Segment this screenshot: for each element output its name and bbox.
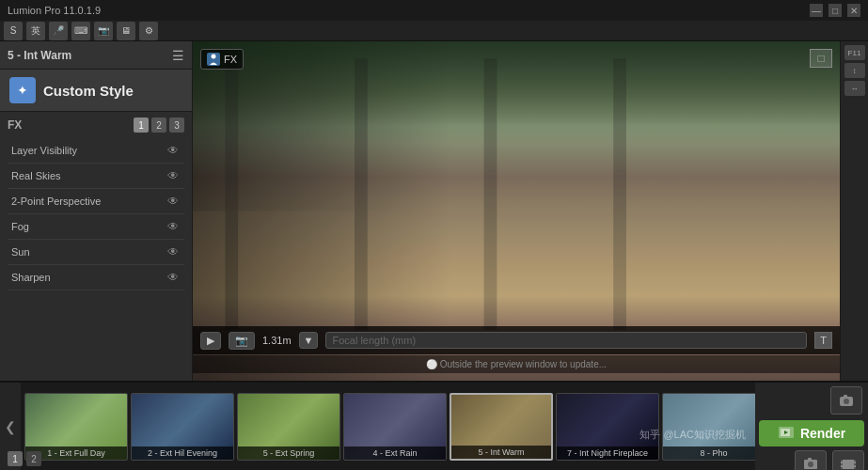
vertical-split-btn[interactable]: ↕ — [844, 63, 865, 78]
custom-style-icon: ✦ — [9, 77, 36, 103]
fx-item-label-0: Layer Visibility — [11, 145, 77, 156]
svg-rect-17 — [841, 460, 856, 469]
fx-layer-2[interactable]: 2 — [151, 118, 166, 133]
app-title: Lumion Pro 11.0.1.9 — [8, 5, 101, 16]
top-bar: S 英 🎤 ⌨ 📷 🖥 ⚙ — [0, 21, 868, 41]
horizontal-split-btn[interactable]: ↔ — [844, 81, 865, 96]
video-btn[interactable]: ▶ — [200, 332, 221, 350]
svg-rect-20 — [841, 467, 843, 469]
page-num-2[interactable]: 2 — [26, 451, 41, 466]
film-item-0[interactable]: 1 - Ext Full Day — [24, 393, 128, 461]
page-numbers: 1 2 — [8, 451, 41, 466]
viewport-fx-badge: FX — [200, 49, 244, 70]
viewport-hint: ⚪ Outside the preview window to update..… — [193, 355, 840, 373]
topbar-icon-2[interactable]: 英 — [26, 22, 45, 40]
video-icon: ▶ — [207, 335, 214, 347]
page-num-1[interactable]: 1 — [8, 451, 23, 466]
eye-icon-3[interactable]: 👁 — [166, 219, 181, 234]
fx-layer-1[interactable]: 1 — [134, 118, 149, 133]
eye-icon-0[interactable]: 👁 — [166, 143, 181, 158]
bottom-icons-row — [759, 450, 864, 470]
custom-style-label: Custom Style — [43, 83, 134, 99]
photo-icon — [803, 458, 818, 470]
eye-icon-5[interactable]: 👁 — [166, 270, 181, 285]
topbar-icon-3[interactable]: 🎤 — [49, 22, 68, 40]
film-icon — [840, 458, 857, 470]
svg-rect-4 — [484, 58, 497, 330]
t-button[interactable]: T — [814, 332, 832, 349]
svg-rect-21 — [854, 460, 856, 462]
svg-rect-16 — [808, 458, 812, 461]
camera-icon: 📷 — [235, 335, 248, 347]
fx-badge-text: FX — [224, 54, 237, 65]
main-layout: 5 - Int Warm ☰ ✦ Custom Style FX 1 2 3 L… — [0, 41, 868, 381]
film-item-3[interactable]: 4 - Ext Rain — [343, 393, 447, 461]
topbar-icon-1[interactable]: S — [4, 22, 23, 40]
bottom-strip: ❮ 1 - Ext Full Day 2 - Ext Hil Evening 5… — [0, 381, 868, 470]
minimize-button[interactable]: — — [810, 4, 823, 17]
svg-rect-22 — [854, 463, 856, 465]
topbar-icon-6[interactable]: 🖥 — [117, 22, 135, 40]
right-side-panel: F11 ↕ ↔ — [840, 41, 868, 381]
strip-camera-icon-btn[interactable] — [830, 386, 862, 415]
fx-person-icon — [207, 53, 220, 66]
film-item-5[interactable]: 7 - Int Night Fireplace — [556, 393, 659, 461]
fx-item-sun[interactable]: Sun 👁 — [8, 240, 184, 265]
watermark: 知乎 @LAC知识挖掘机 — [639, 428, 746, 442]
film-item-1[interactable]: 2 - Ext Hil Evening — [131, 393, 234, 461]
film-btn[interactable] — [832, 450, 864, 470]
svg-rect-19 — [841, 463, 843, 465]
topbar-icon-4[interactable]: ⌨ — [71, 22, 90, 40]
viewport[interactable]: FX □ ▶ 📷 1.31m ▼ Focal length (mm) T ⚪ — [193, 41, 840, 381]
fx-item-label-4: Sun — [11, 246, 30, 258]
camera-icon — [839, 394, 854, 407]
eye-icon-1[interactable]: 👁 — [166, 168, 181, 183]
fx-item-real-skies[interactable]: Real Skies 👁 — [8, 164, 184, 189]
photo-btn[interactable] — [795, 450, 827, 470]
svg-rect-23 — [854, 467, 856, 469]
viewport-time: 1.31m — [262, 335, 292, 346]
svg-rect-2 — [225, 58, 238, 330]
svg-rect-5 — [613, 58, 626, 330]
focal-length-field: Focal length (mm) — [325, 332, 807, 349]
film-label-5: 7 - Int Night Fireplace — [557, 446, 658, 460]
fx-item-label-1: Real Skies — [11, 170, 61, 181]
eye-icon-2[interactable]: 👁 — [166, 194, 181, 209]
fx-item-layer-visibility[interactable]: Layer Visibility 👁 — [8, 138, 184, 164]
custom-style-section: ✦ Custom Style — [0, 70, 192, 112]
fx-item-2point-perspective[interactable]: 2-Point Perspective 👁 — [8, 189, 184, 214]
render-button[interactable]: Render — [759, 420, 864, 446]
panel-header: 5 - Int Warm ☰ — [0, 41, 192, 70]
panel-title: 5 - Int Warm — [8, 49, 71, 62]
svg-rect-18 — [841, 460, 843, 462]
fx-section: FX 1 2 3 Layer Visibility 👁 Real Skies 👁… — [0, 112, 192, 381]
hamburger-menu[interactable]: ☰ — [172, 48, 184, 63]
eye-icon-4[interactable]: 👁 — [166, 244, 181, 259]
maximize-button[interactable]: □ — [829, 4, 842, 17]
svg-point-9 — [844, 399, 849, 404]
fx-item-label-2: 2-Point Perspective — [11, 196, 101, 207]
film-item-4[interactable]: 5 - Int Warm — [450, 393, 553, 461]
close-button[interactable]: ✕ — [847, 4, 860, 17]
fx-item-fog[interactable]: Fog 👁 — [8, 214, 184, 240]
time-dropdown[interactable]: ▼ — [299, 332, 319, 349]
fx-layer-3[interactable]: 3 — [169, 118, 184, 133]
fx-header: FX 1 2 3 — [8, 118, 184, 133]
svg-rect-3 — [355, 58, 368, 330]
center-content: FX □ ▶ 📷 1.31m ▼ Focal length (mm) T ⚪ — [193, 41, 840, 381]
render-icon — [778, 426, 795, 441]
film-item-2[interactable]: 5 - Ext Spring — [237, 393, 340, 461]
topbar-icon-7[interactable]: ⚙ — [139, 22, 158, 40]
title-bar: Lumion Pro 11.0.1.9 — □ ✕ — [0, 0, 868, 21]
window-controls: — □ ✕ — [810, 4, 860, 17]
film-item-6[interactable]: 8 - Pho — [662, 393, 755, 461]
render-label: Render — [800, 426, 845, 441]
film-label-3: 4 - Ext Rain — [344, 446, 446, 460]
svg-rect-10 — [844, 395, 847, 398]
fx-item-label-3: Fog — [11, 221, 29, 232]
topbar-icon-5[interactable]: 📷 — [94, 22, 113, 40]
fx-label: FX — [8, 118, 22, 132]
camera-btn[interactable]: 📷 — [229, 332, 255, 350]
fx-item-sharpen[interactable]: Sharpen 👁 — [8, 265, 184, 290]
f11-btn[interactable]: F11 — [844, 45, 865, 60]
